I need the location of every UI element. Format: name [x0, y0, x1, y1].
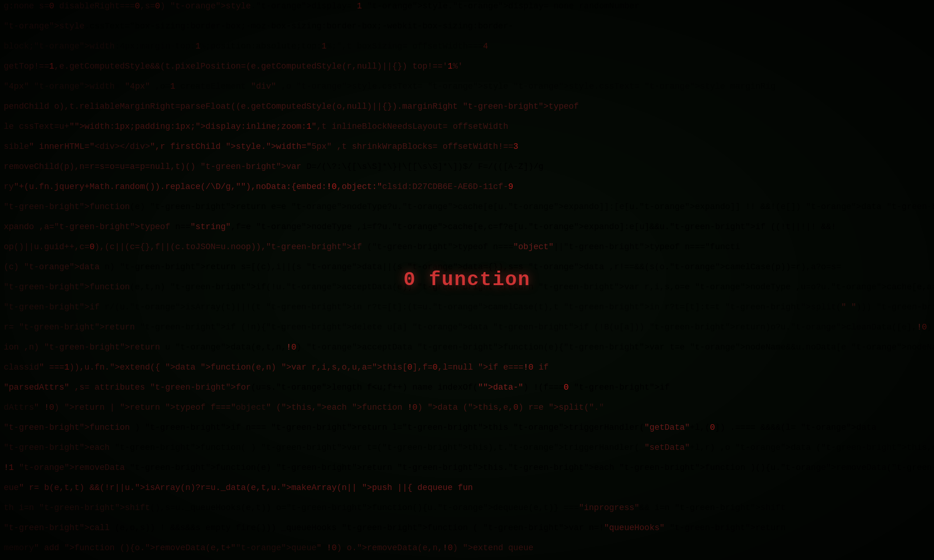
- center-display: 0 function: [403, 269, 531, 291]
- function-count-label: 0 function: [403, 269, 531, 291]
